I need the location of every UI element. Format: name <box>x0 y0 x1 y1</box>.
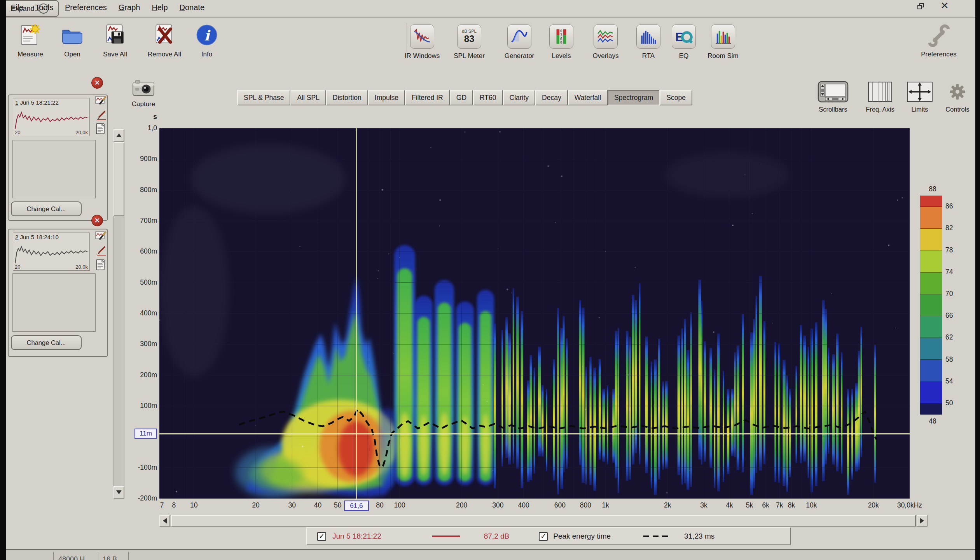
x-tick-8k: 8k <box>788 501 795 509</box>
close-window-icon[interactable]: × <box>941 0 949 13</box>
y-tick-100m: 100m <box>140 402 157 410</box>
y-tick-600m: 600m <box>140 247 157 256</box>
measurement-2-pen-icon[interactable] <box>96 245 107 257</box>
overlays-button[interactable]: Overlays <box>585 23 626 60</box>
generator-button[interactable]: Generator <box>499 23 540 60</box>
eq-button[interactable]: E EQ <box>670 23 697 60</box>
tab-filtered-ir[interactable]: Filtered IR <box>405 90 450 105</box>
colorbar-labels: 888682787470666258545048 <box>917 179 980 436</box>
y-axis: s 1,0900m800m700m600m500m400m300m200m100… <box>117 0 157 560</box>
measurement-1-thumbnail[interactable]: 1 Jun 5 18:21:22 20 20,0k <box>13 98 90 136</box>
freq-axis-label: Freq. Axis <box>866 106 894 113</box>
y-tick-1,0: 1,0 <box>148 124 157 132</box>
levels-icon: 0369 <box>548 23 575 50</box>
y-tick-800m: 800m <box>140 186 157 194</box>
limits-button[interactable]: Limits <box>903 81 937 113</box>
status-cell-sample-rate: 48000 H <box>58 555 85 560</box>
tab-impulse[interactable]: Impulse <box>368 90 405 105</box>
x-tick-6k: 6k <box>762 501 769 509</box>
menu-donate[interactable]: Donate <box>180 3 205 12</box>
x-tick-8: 8 <box>172 501 176 509</box>
colorbar-tick-54: 54 <box>945 377 953 385</box>
open-folder-icon <box>59 22 86 48</box>
colorbar-tick-78: 78 <box>945 246 953 254</box>
ir-windows-label: IR Windows <box>405 52 440 60</box>
tab-waterfall[interactable]: Waterfall <box>568 90 608 105</box>
eq-label: EQ <box>679 52 689 60</box>
freq-axis-icon <box>867 81 893 104</box>
measurement-2-thumbnail[interactable]: 2 Jun 5 18:24:10 20 20,0k <box>13 233 90 271</box>
spectrogram-plot[interactable] <box>159 128 910 499</box>
restore-window-icon[interactable] <box>917 3 924 9</box>
measurement-legend-checkbox[interactable]: ✓ <box>317 532 326 541</box>
ir-windows-button[interactable]: IR Windows <box>403 23 442 60</box>
x-tick-30,0kHz: 30,0kHz <box>897 501 922 509</box>
open-button[interactable]: Open <box>54 22 91 58</box>
peak-energy-checkbox[interactable]: ✓ <box>539 532 548 541</box>
measure-label: Measure <box>17 51 43 58</box>
levels-button[interactable]: 0369 Levels <box>546 23 577 60</box>
scrollbars-label: Scrollbars <box>819 106 847 113</box>
room-sim-icon <box>710 23 736 50</box>
tab-spl-phase[interactable]: SPL & Phase <box>237 90 290 105</box>
y-tick-700m: 700m <box>140 217 157 225</box>
menu-file[interactable]: File <box>11 3 23 12</box>
controls-button[interactable]: Controls <box>939 81 976 113</box>
legend-measurement-label: Jun 5 18:21:22 <box>332 532 381 541</box>
menu-tools[interactable]: Tools <box>35 3 53 12</box>
tab-spectrogram[interactable]: Spectrogram <box>608 90 660 105</box>
colorbar-tick-86: 86 <box>945 202 953 210</box>
spl-meter-button[interactable]: dB SPL83 SPL Meter <box>448 23 491 60</box>
tab-clarity[interactable]: Clarity <box>503 90 536 105</box>
status-cell-bit-depth: 16 B <box>103 555 117 560</box>
scrollbars-button[interactable]: Scrollbars <box>811 81 856 113</box>
measurement-1-notes-area[interactable] <box>12 140 96 198</box>
status-bar: 48000 H 16 B <box>0 549 980 560</box>
generator-label: Generator <box>505 52 535 60</box>
measurement-1-graph-edit-icon[interactable] <box>95 95 107 107</box>
tab-all-spl[interactable]: All SPL <box>290 90 326 105</box>
measurement-1-title: 1 Jun 5 18:21:22 <box>15 99 59 106</box>
preferences-button[interactable]: Preferences <box>914 22 964 58</box>
measurement-2-notes-area[interactable] <box>12 273 96 332</box>
svg-text:9: 9 <box>560 41 562 45</box>
measurement-1-notes-icon[interactable] <box>95 123 107 135</box>
measurement-2-graph-edit-icon[interactable] <box>95 230 107 242</box>
y-tick-300m: 300m <box>140 340 157 348</box>
legend-bar: ✓ Jun 5 18:21:22 87,2 dB ✓ Peak energy t… <box>306 527 791 545</box>
wrench-icon <box>926 22 952 48</box>
graph-h-scrollbar-left-icon[interactable] <box>159 515 170 527</box>
thumb-1-xmin: 20 <box>15 130 20 135</box>
measure-button[interactable]: Measure <box>11 22 50 58</box>
saddle-band <box>379 408 395 486</box>
screen-bezel-right <box>975 0 980 560</box>
x-tick-300: 300 <box>492 501 503 509</box>
measurement-1-delete-icon[interactable]: ✕ <box>91 77 103 89</box>
x-tick-50: 50 <box>334 501 341 509</box>
graph-h-scrollbar-right-icon[interactable] <box>917 515 928 527</box>
measure-icon <box>17 22 44 48</box>
tab-distortion[interactable]: Distortion <box>326 90 368 105</box>
graph-h-scrollbar-thumb[interactable] <box>171 515 916 527</box>
spl-meter-icon: dB SPL83 <box>456 23 482 50</box>
measurement-2-change-cal-button[interactable]: Change Cal... <box>11 335 82 350</box>
svg-text:6: 6 <box>560 37 562 41</box>
y-axis-unit: s <box>153 113 157 121</box>
rta-button[interactable]: RTA <box>633 23 664 60</box>
measurement-2-notes-icon[interactable] <box>95 259 107 271</box>
controls-label: Controls <box>945 106 969 113</box>
measurement-1-pen-icon[interactable] <box>96 110 107 121</box>
x-tick-3k: 3k <box>700 501 707 509</box>
tab-gd[interactable]: GD <box>450 90 473 105</box>
measurement-2-delete-icon[interactable]: ✕ <box>91 215 103 226</box>
tab-rt60[interactable]: RT60 <box>473 90 503 105</box>
freq-axis-button[interactable]: Freq. Axis <box>860 81 900 113</box>
menu-preferences[interactable]: Preferences <box>65 3 107 12</box>
info-button[interactable]: i Info <box>193 22 221 58</box>
measurement-1-change-cal-button[interactable]: Change Cal... <box>11 201 82 216</box>
tab-scope[interactable]: Scope <box>660 90 692 105</box>
svg-text:3: 3 <box>560 33 562 37</box>
tab-decay[interactable]: Decay <box>535 90 568 105</box>
room-sim-button[interactable]: Room Sim <box>703 23 743 60</box>
thumb-2-xmax: 20,0k <box>75 264 88 270</box>
